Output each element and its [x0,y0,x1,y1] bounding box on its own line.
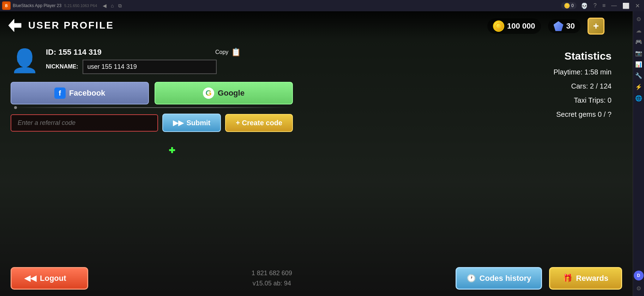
cars-stat: Cars: 2 / 124 [553,80,612,92]
avatar: 👤 [11,47,39,75]
facebook-button[interactable]: f Facebook [11,82,149,104]
playtime-stat: Playtime: 1:58 min [553,66,612,78]
google-icon: G [203,87,214,99]
back-arrow-icon [7,18,23,33]
coin-icon [493,20,504,32]
profile-content: 👤 ID: 155 114 319 Copy 📋 NICKNAME: [11,47,293,132]
bottom-bar: ◀◀ Logout 1 821 682 609 v15.05 ab: 94 🕐 … [0,261,633,296]
codes-history-button[interactable]: 🕐 Codes history [456,267,542,290]
titlebar-nav: ◀ ⌂ ⧉ [103,3,121,9]
secret-gems-stat: Secret gems 0 / ? [553,109,612,120]
nav-home-icon[interactable]: ⌂ [111,3,114,8]
titlebar-coin-display: 🪙 0 [561,2,577,9]
svg-marker-0 [8,19,21,32]
divider-dot [14,106,17,109]
referral-row: ▶▶ Submit + Create code [11,114,293,132]
discord-icon[interactable]: D [634,271,644,280]
facebook-label: Facebook [69,89,106,98]
coins-value: 100 000 [507,22,535,31]
nav-tab-icon[interactable]: ⧉ [118,3,122,9]
create-code-button[interactable]: + Create code [225,114,293,132]
nav-back-icon[interactable]: ◀ [103,3,107,8]
maximize-icon[interactable]: ⬜ [621,2,631,9]
create-code-label: + Create code [236,119,282,127]
sidebar-settings-icon[interactable]: ⚙ [634,283,644,293]
submit-label: Submit [186,119,210,127]
profile-info: ID: 155 114 319 Copy 📋 NICKNAME: [46,48,217,74]
sidebar-icon-6[interactable]: ⚡ [634,82,644,92]
add-currency-button[interactable]: + [588,18,604,35]
player-count: 1 821 682 609 [95,268,449,278]
gems-value: 30 [566,22,575,31]
coin-count: 0 [571,3,574,8]
nickname-input[interactable] [83,60,217,74]
game-ui: USER PROFILE 100 000 30 + 👤 ID: 155 114 … [0,11,633,296]
taxi-stat: Taxi Trips: 0 [553,95,612,106]
back-button[interactable]: USER PROFILE [7,18,114,33]
version-string: v15.05 ab: 94 [95,278,449,289]
codes-history-label: Codes history [480,274,531,283]
app-name: BlueStacks App Player 23 [13,3,61,8]
copy-label: Copy [215,49,228,55]
facebook-icon: f [54,87,66,99]
submit-button[interactable]: ▶▶ Submit [162,114,221,132]
sidebar-icon-1[interactable]: ☁ [634,25,644,35]
rewards-button[interactable]: 🎁 Rewards [549,267,622,290]
social-buttons-row: f Facebook G Google ✚ [11,82,293,104]
statistics-title: Statistics [553,50,612,62]
logout-button[interactable]: ◀◀ Logout [11,267,88,290]
nickname-row: NICKNAME: [46,60,217,74]
coin-icon: 🪙 [564,3,570,8]
nickname-label: NICKNAME: [46,64,78,70]
divider [11,107,293,108]
app-logo: B [2,1,11,10]
profile-header-row: 👤 ID: 155 114 319 Copy 📋 NICKNAME: [11,47,293,75]
app-version: 5.21.650.1063 P64 [64,4,97,8]
referral-input[interactable] [11,114,158,132]
gem-icon [554,21,564,31]
google-label: Google [218,89,245,98]
skull-icon[interactable]: 💀 [579,2,589,9]
copy-section: Copy 📋 [215,48,241,57]
gift-icon: 🎁 [563,274,572,283]
statistics-panel: Statistics Playtime: 1:58 min Cars: 2 / … [553,50,612,123]
hamburger-icon[interactable]: ≡ [601,2,607,9]
sidebar-icon-0[interactable]: ⚙ [634,14,644,24]
currency-bar: 100 000 30 + [487,18,604,35]
coins-display: 100 000 [487,18,541,34]
titlebar-controls: 🪙 0 💀 ? ≡ — ⬜ ✕ [561,2,641,9]
logout-icon: ◀◀ [24,274,36,283]
google-button[interactable]: G Google [155,82,293,104]
avatar-icon: 👤 [11,49,39,72]
history-icon: 🕐 [467,274,476,283]
green-plus-indicator: ✚ [169,146,175,155]
sidebar-icon-5[interactable]: 🔧 [634,71,644,80]
version-info: 1 821 682 609 v15.05 ab: 94 [95,268,449,289]
sidebar-icon-2[interactable]: 🎮 [634,37,644,47]
minimize-icon[interactable]: — [610,2,618,9]
page-title: USER PROFILE [28,20,114,31]
rewards-label: Rewards [576,274,608,283]
help-icon[interactable]: ? [592,2,598,9]
submit-icon: ▶▶ [173,119,183,127]
gems-display: 30 [548,19,580,33]
sidebar-icon-3[interactable]: 📷 [634,48,644,58]
sidebar-icon-7[interactable]: 🌐 [634,93,644,103]
copy-icon[interactable]: 📋 [231,48,241,57]
close-icon[interactable]: ✕ [634,2,641,9]
sidebar-icon-4[interactable]: 📊 [634,59,644,69]
user-id: ID: 155 114 319 [46,48,102,57]
right-sidebar: ⚙ ☁ 🎮 📷 📊 🔧 ⚡ 🌐 D ⚙ [633,11,644,296]
logout-label: Logout [40,274,66,283]
titlebar: B BlueStacks App Player 23 5.21.650.1063… [0,0,644,11]
